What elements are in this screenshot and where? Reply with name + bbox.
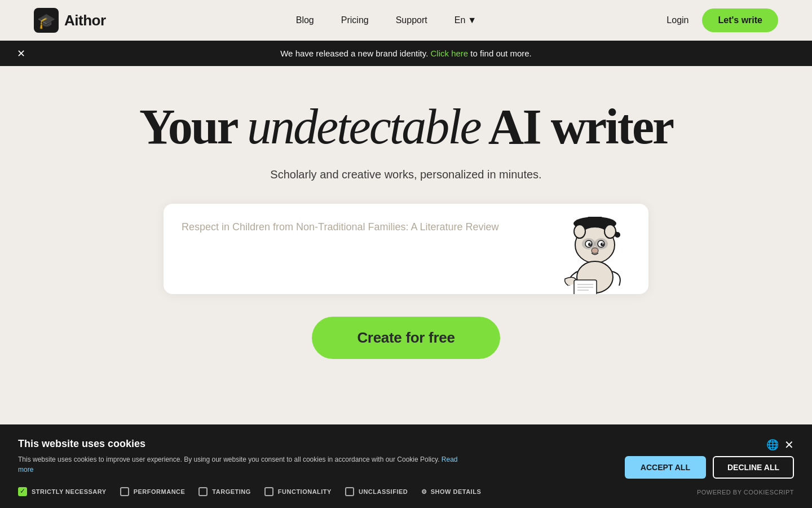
svg-point-17 [592,248,598,253]
svg-point-8 [604,225,616,238]
nav-blog[interactable]: Blog [296,15,314,25]
hero-title: Your undetectable AI writer [139,100,673,155]
cookie-performance: PERFORMANCE [120,487,186,496]
cookie-unclassified: UNCLASSIFIED [345,487,408,496]
hero-section: Your undetectable AI writer Scholarly an… [0,66,812,382]
svg-point-7 [574,225,585,238]
logo-text: Aithor [64,12,106,29]
cookie-controls: STRICTLY NECESSARY PERFORMANCE TARGETING… [18,487,794,497]
cookie-description: This website uses cookies to improve use… [18,454,458,475]
announcement-bar: ✕ We have released a new brand identity.… [0,41,812,66]
show-details-button[interactable]: ⚙ SHOW DETAILS [421,488,481,496]
svg-point-14 [601,243,604,246]
logo-link[interactable]: 🎓 Aithor [34,8,106,33]
lang-selector[interactable]: En ▼ [454,15,476,25]
settings-icon: ⚙ [421,488,427,496]
strictly-necessary-label: STRICTLY NECESSARY [32,488,107,495]
performance-checkbox[interactable] [120,487,129,496]
lets-write-button[interactable]: Let's write [702,8,778,32]
performance-label: PERFORMANCE [134,488,186,495]
svg-rect-3 [588,217,602,225]
announcement-close-icon[interactable]: ✕ [17,47,25,60]
cookie-title: This website uses cookies [18,438,611,450]
chevron-down-icon: ▼ [467,15,476,25]
functionality-label: FUNCTIONALITY [278,488,332,495]
svg-point-16 [602,243,603,244]
essay-input-box[interactable]: Respect in Children from Non-Traditional… [164,204,648,294]
navbar: 🎓 Aithor Blog Pricing Support En ▼ Login… [0,0,812,41]
functionality-checkbox[interactable] [264,487,273,496]
nav-links: Blog Pricing Support En ▼ [296,15,476,25]
cookie-strictly-necessary: STRICTLY NECESSARY [18,487,107,496]
targeting-label: TARGETING [212,488,250,495]
hero-subtitle: Scholarly and creative works, personaliz… [270,168,541,181]
announcement-text: We have released a new brand identity. C… [280,49,532,58]
svg-text:🎓: 🎓 [37,12,56,30]
raccoon-mascot [547,207,637,294]
logo-icon: 🎓 [34,8,59,33]
powered-by-text: POWERED BY COOKIESCRIPT [697,489,794,496]
cookie-decline-button[interactable]: DECLINE ALL [713,456,794,479]
nav-pricing[interactable]: Pricing [341,15,369,25]
nav-actions: Login Let's write [667,8,778,32]
cookie-targeting: TARGETING [198,487,250,496]
nav-support[interactable]: Support [396,15,427,25]
announcement-link[interactable]: Click here [431,49,469,58]
unclassified-label: UNCLASSIFIED [359,488,408,495]
strictly-necessary-checkbox[interactable] [18,487,27,496]
cookie-functionality: FUNCTIONALITY [264,487,332,496]
targeting-checkbox[interactable] [198,487,208,496]
login-button[interactable]: Login [667,15,689,25]
cookie-close-icon[interactable]: ✕ [784,438,794,452]
svg-point-15 [590,243,591,244]
unclassified-checkbox[interactable] [345,487,354,496]
cookie-globe-icon[interactable]: 🌐 [766,439,779,451]
cookie-banner: This website uses cookies This website u… [0,424,812,508]
cookie-accept-button[interactable]: ACCEPT ALL [625,456,706,479]
svg-point-13 [588,243,592,246]
create-free-button[interactable]: Create for free [312,317,500,359]
